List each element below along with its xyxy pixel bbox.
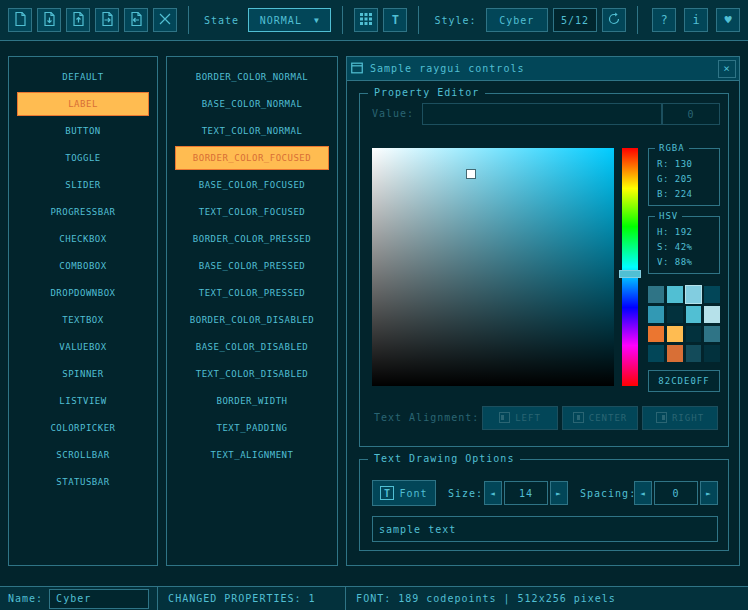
color-swatch[interactable]	[704, 326, 720, 343]
style-table-button[interactable]	[354, 8, 378, 32]
import-font-button[interactable]	[124, 8, 148, 32]
sample-text-input[interactable]: sample text	[372, 516, 718, 542]
control-list-item[interactable]: SCROLLBAR	[17, 443, 149, 467]
property-list-item[interactable]: BORDER_COLOR_PRESSED	[175, 227, 329, 251]
color-swatch[interactable]	[667, 326, 683, 343]
control-list-item[interactable]: TOGGLE	[17, 146, 149, 170]
color-swatch[interactable]	[686, 286, 702, 303]
toolbar-separator	[342, 6, 343, 34]
property-list-item[interactable]: BASE_COLOR_PRESSED	[175, 254, 329, 278]
style-name-input[interactable]: Cyber	[49, 589, 149, 609]
hue-slider[interactable]	[622, 148, 638, 386]
property-list-item[interactable]: BASE_COLOR_NORMAL	[175, 92, 329, 116]
color-swatch[interactable]	[648, 326, 664, 343]
align-left-button[interactable]: LEFT	[482, 406, 558, 430]
style-dropdown[interactable]: Cyber	[486, 8, 548, 32]
color-swatch[interactable]	[704, 306, 720, 323]
property-list-item[interactable]: BASE_COLOR_FOCUSED	[175, 173, 329, 197]
save-style-button[interactable]	[66, 8, 90, 32]
property-list-item[interactable]: BORDER_COLOR_DISABLED	[175, 308, 329, 332]
info-button[interactable]: i	[684, 8, 708, 32]
info-icon: i	[692, 13, 699, 27]
color-swatch[interactable]	[648, 286, 664, 303]
color-swatch[interactable]	[704, 345, 720, 362]
spacing-increase-button[interactable]: ►	[700, 481, 718, 505]
color-swatch[interactable]	[648, 345, 664, 362]
color-swatch[interactable]	[704, 286, 720, 303]
color-swatch-grid	[648, 286, 720, 362]
property-list-item[interactable]: BASE_COLOR_DISABLED	[175, 335, 329, 359]
controls-list: DEFAULTLABELBUTTONTOGGLESLIDERPROGRESSBA…	[8, 56, 158, 566]
control-list-item[interactable]: LABEL	[17, 92, 149, 116]
size-decrease-button[interactable]: ◄	[484, 481, 502, 505]
size-increase-button[interactable]: ►	[550, 481, 568, 505]
font-button[interactable]: T Font	[372, 480, 436, 506]
control-list-item[interactable]: VALUEBOX	[17, 335, 149, 359]
size-label: Size:	[448, 488, 483, 499]
arrow-right-icon: ►	[556, 489, 562, 498]
hue-slider-handle[interactable]	[619, 270, 641, 278]
control-list-item[interactable]: PROGRESSBAR	[17, 200, 149, 224]
control-list-item[interactable]: TEXTBOX	[17, 308, 149, 332]
property-list-item[interactable]: TEXT_PADDING	[175, 416, 329, 440]
hex-color-text: 82CDE0FF	[658, 376, 709, 386]
color-picker-cursor[interactable]	[467, 170, 475, 178]
color-swatch[interactable]	[667, 345, 683, 362]
color-swatch[interactable]	[667, 306, 683, 323]
rgba-g-value: G: 205	[649, 172, 719, 187]
align-left-icon	[499, 412, 510, 425]
property-list-item[interactable]: TEXT_COLOR_PRESSED	[175, 281, 329, 305]
font-atlas-button[interactable]: T	[383, 8, 407, 32]
text-alignment-label: Text Alignment:	[374, 412, 479, 423]
value-number-text: 0	[687, 109, 694, 120]
control-list-item[interactable]: SPINNER	[17, 362, 149, 386]
file-open-icon	[41, 11, 57, 30]
text-drawing-options-label: Text Drawing Options	[368, 453, 520, 464]
load-style-button[interactable]	[37, 8, 61, 32]
control-list-item[interactable]: COMBOBOX	[17, 254, 149, 278]
size-value-box[interactable]: 14	[504, 481, 548, 505]
color-picker-area[interactable]	[372, 148, 614, 386]
font-button-label: Font	[399, 488, 427, 499]
align-right-button[interactable]: RIGHT	[642, 406, 718, 430]
property-list-item[interactable]: TEXT_COLOR_NORMAL	[175, 119, 329, 143]
color-swatch[interactable]	[686, 306, 702, 323]
property-list-item[interactable]: BORDER_COLOR_FOCUSED	[175, 146, 329, 170]
hex-color-input[interactable]: 82CDE0FF	[648, 370, 720, 392]
export-style-button[interactable]	[95, 8, 119, 32]
control-list-item[interactable]: DEFAULT	[17, 65, 149, 89]
random-style-button[interactable]	[153, 8, 177, 32]
new-file-button[interactable]	[8, 8, 32, 32]
size-value: 14	[519, 488, 533, 499]
property-list-item[interactable]: TEXT_COLOR_FOCUSED	[175, 200, 329, 224]
value-input[interactable]	[422, 103, 662, 125]
help-button[interactable]: ?	[652, 8, 676, 32]
property-list-item[interactable]: TEXT_COLOR_DISABLED	[175, 362, 329, 386]
spacing-value-box[interactable]: 0	[654, 481, 698, 505]
align-center-button[interactable]: CENTER	[562, 406, 638, 430]
property-list-item[interactable]: BORDER_WIDTH	[175, 389, 329, 413]
reload-style-button[interactable]	[602, 8, 626, 32]
text-drawing-options-group: Text Drawing Options T Font Size: ◄ 14 ►…	[359, 459, 729, 551]
property-list-item[interactable]: BORDER_COLOR_NORMAL	[175, 65, 329, 89]
window-close-button[interactable]: ×	[718, 60, 736, 78]
value-number-box[interactable]: 0	[662, 103, 720, 125]
sponsor-button[interactable]: ♥	[716, 8, 740, 32]
control-list-item[interactable]: DROPDOWNBOX	[17, 281, 149, 305]
color-swatch[interactable]	[648, 306, 664, 323]
color-swatch[interactable]	[667, 286, 683, 303]
style-name-value: Cyber	[56, 593, 91, 604]
hsv-s-value: S: 42%	[649, 240, 719, 255]
color-swatch[interactable]	[686, 345, 702, 362]
spacing-decrease-button[interactable]: ◄	[634, 481, 652, 505]
window-titlebar[interactable]: Sample raygui controls ×	[347, 57, 739, 81]
control-list-item[interactable]: BUTTON	[17, 119, 149, 143]
color-swatch[interactable]	[686, 326, 702, 343]
state-dropdown[interactable]: NORMAL ▼	[248, 8, 331, 32]
control-list-item[interactable]: COLORPICKER	[17, 416, 149, 440]
control-list-item[interactable]: STATUSBAR	[17, 470, 149, 494]
property-list-item[interactable]: TEXT_ALIGNMENT	[175, 443, 329, 467]
control-list-item[interactable]: CHECKBOX	[17, 227, 149, 251]
control-list-item[interactable]: LISTVIEW	[17, 389, 149, 413]
control-list-item[interactable]: SLIDER	[17, 173, 149, 197]
